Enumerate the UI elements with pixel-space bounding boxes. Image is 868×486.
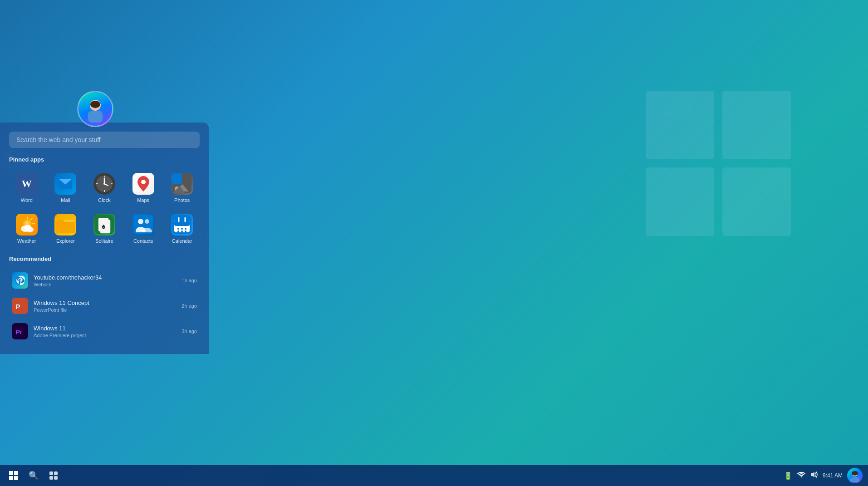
taskbar-search-button[interactable]: 🔍 (25, 467, 42, 484)
svg-point-62 (852, 471, 858, 476)
app-photos[interactable]: Photos (164, 169, 200, 206)
battery-icon: 🔋 (784, 471, 793, 480)
rec-info-youtube: Youtube.com/thehacker34 Website (34, 274, 181, 287)
calendar-label: Calendar (172, 238, 192, 244)
win-icon-tl (9, 471, 13, 475)
edge-icon (12, 272, 28, 289)
win-logo-bottom-right (722, 167, 791, 236)
svg-point-5 (96, 105, 98, 106)
windows-icon (9, 471, 18, 480)
rec-time-win11concept: 2h ago (181, 303, 197, 309)
wifi-signal-icon (797, 471, 805, 478)
svg-rect-58 (54, 476, 58, 480)
win-icon-br (14, 476, 18, 480)
rec-time-youtube: 1h ago (181, 278, 197, 283)
contacts-icon (132, 214, 154, 236)
volume-icon (810, 471, 818, 480)
svg-text:P: P (16, 303, 20, 310)
svg-rect-56 (54, 471, 58, 475)
rec-subtitle-youtube: Website (34, 282, 181, 287)
svg-rect-20 (172, 174, 182, 184)
svg-point-13 (103, 183, 105, 185)
contacts-label: Contacts (133, 238, 153, 244)
app-calendar[interactable]: Calendar (164, 210, 200, 247)
svg-point-4 (93, 105, 95, 106)
solitaire-label: Solitaire (95, 238, 113, 244)
windows-logo-watermark (646, 91, 791, 236)
svg-point-45 (185, 228, 186, 230)
svg-rect-55 (49, 471, 53, 475)
search-icon: 🔍 (29, 471, 39, 481)
svg-point-46 (177, 231, 179, 232)
avatar[interactable] (77, 91, 113, 127)
rec-info-win11: Windows 11 Adobe Premiere project (34, 325, 181, 338)
rec-title-win11concept: Windows 11 Concept (34, 299, 181, 306)
win-logo-bottom-left (646, 167, 714, 236)
svg-point-43 (177, 228, 179, 230)
recommended-label: Recommended (9, 255, 200, 262)
svg-point-44 (181, 228, 183, 230)
explorer-label: Explorer (56, 238, 75, 244)
recommended-list: Youtube.com/thehacker34 Website 1h ago P… (9, 269, 200, 343)
win-logo-top-left (646, 91, 714, 159)
weather-label: Weather (17, 238, 36, 244)
rec-item-win11concept[interactable]: P Windows 11 Concept PowerPoint file 2h … (9, 294, 200, 318)
taskbar-avatar[interactable] (847, 468, 863, 483)
svg-point-38 (138, 219, 143, 224)
taskbar-left: 🔍 (5, 467, 62, 484)
svg-point-47 (181, 231, 183, 232)
rec-time-win11: 3h ago (181, 329, 197, 334)
word-icon: W (16, 173, 38, 195)
avatar-image (78, 92, 112, 126)
app-solitaire[interactable]: ♠ Solitaire (87, 210, 122, 247)
photos-icon (171, 173, 193, 195)
calendar-icon (171, 214, 193, 236)
svg-point-18 (141, 180, 146, 184)
clock-label: Clock (98, 197, 111, 203)
explorer-icon (54, 214, 76, 236)
photos-label: Photos (174, 197, 190, 203)
svg-marker-59 (811, 472, 814, 477)
rec-title-win11: Windows 11 (34, 325, 181, 332)
start-button[interactable] (5, 467, 22, 484)
rec-info-win11concept: Windows 11 Concept PowerPoint file (34, 299, 181, 313)
taskbar-time: 9:41 AM (823, 472, 843, 480)
taskbar-right: 🔋 9:41 AM (784, 468, 863, 483)
start-menu: Pinned apps W Word Mail (0, 123, 209, 354)
rec-title-youtube: Youtube.com/thehacker34 (34, 274, 181, 281)
svg-point-39 (145, 219, 149, 224)
powerpoint-icon: P (12, 298, 28, 314)
svg-point-48 (185, 231, 186, 232)
solitaire-icon: ♠ (93, 214, 115, 236)
win-icon-bl (9, 476, 13, 480)
search-input[interactable] (9, 132, 200, 148)
app-clock[interactable]: Clock (87, 169, 122, 206)
mail-icon (54, 173, 76, 195)
app-word[interactable]: W Word (9, 169, 44, 206)
maps-icon (132, 173, 154, 195)
pinned-apps-label: Pinned apps (9, 156, 200, 163)
app-contacts[interactable]: Contacts (126, 210, 161, 247)
app-weather[interactable]: Weather (9, 210, 44, 247)
maps-label: Maps (137, 197, 149, 203)
app-explorer[interactable]: Explorer (48, 210, 83, 247)
svg-rect-1 (88, 111, 103, 123)
weather-icon (16, 214, 38, 236)
svg-text:♠: ♠ (102, 222, 106, 230)
desktop: ☰ Pinned apps W Word Mai (0, 0, 868, 486)
svg-rect-61 (850, 477, 859, 482)
time-display: 9:41 AM (823, 472, 843, 480)
mail-label: Mail (61, 197, 70, 203)
rec-item-win11[interactable]: Pr Windows 11 Adobe Premiere project 3h … (9, 319, 200, 343)
svg-rect-42 (174, 221, 190, 226)
volume-speaker-icon (810, 471, 818, 478)
app-mail[interactable]: Mail (48, 169, 83, 206)
widgets-icon (49, 471, 58, 480)
taskbar: 🔍 🔋 (0, 465, 868, 486)
app-maps[interactable]: Maps (126, 169, 161, 206)
rec-subtitle-win11: Adobe Premiere project (34, 333, 181, 338)
pinned-apps-grid: W Word Mail (9, 169, 200, 247)
wifi-icon (797, 471, 805, 480)
rec-item-youtube[interactable]: Youtube.com/thehacker34 Website 1h ago (9, 269, 200, 292)
taskbar-widgets-button[interactable] (45, 467, 62, 484)
